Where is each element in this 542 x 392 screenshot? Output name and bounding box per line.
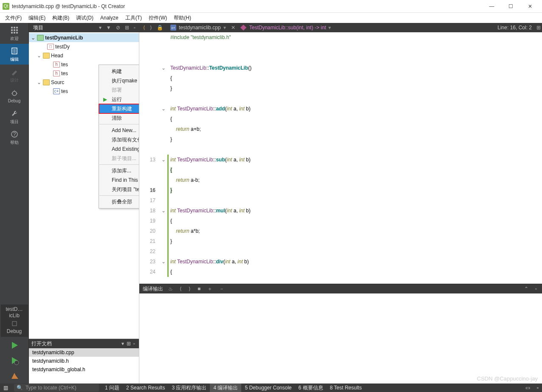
- close-pane-icon[interactable]: ▫: [133, 25, 137, 31]
- status-debugger-console[interactable]: 5 Debugger Console: [241, 384, 295, 392]
- svg-rect-6: [11, 32, 13, 34]
- compile-output-pane: 编译输出 ♨ ⟨ ⟩ ■ ＋ － ⌃ ▫ CSDN @Cappuccino-ja…: [139, 284, 542, 384]
- kit-config: Debug: [2, 328, 27, 335]
- toggle-sidebar-icon[interactable]: ▥: [0, 384, 11, 392]
- editor-file-tab[interactable]: c+ testdynamiclib.cpp ▾: [167, 25, 229, 31]
- project-pane-title: 项目: [31, 24, 45, 31]
- status-general-messages[interactable]: 6 概要信息: [295, 384, 327, 392]
- menu-edit[interactable]: 编辑(E): [25, 14, 49, 23]
- mode-edit[interactable]: 编辑: [0, 44, 29, 65]
- menu-help[interactable]: 帮助(H): [170, 14, 195, 23]
- top-toolbar: 项目 ▾ ▼ ⊘ ⊞ ▫ ⟨ ⟩ 🔒 c+ testdynamiclib.cpp…: [29, 23, 542, 32]
- menu-widgets[interactable]: 控件(W): [145, 14, 170, 23]
- mode-welcome[interactable]: 欢迎: [0, 23, 29, 44]
- split-icon[interactable]: ⊞: [535, 25, 542, 31]
- mode-debug[interactable]: Debug: [0, 85, 29, 106]
- kit-selector[interactable]: testD…icLib Debug: [1, 305, 28, 337]
- mode-design[interactable]: 设计: [0, 65, 29, 85]
- ctx-add-library[interactable]: 添加库...: [99, 166, 139, 175]
- mode-help[interactable]: ? 帮助: [0, 127, 29, 148]
- svg-rect-4: [14, 29, 15, 31]
- menu-analyze[interactable]: Analyze: [97, 14, 122, 22]
- svg-rect-5: [16, 29, 18, 31]
- mode-projects[interactable]: 项目: [0, 106, 29, 127]
- h-file-icon: h: [53, 71, 60, 76]
- ctx-run[interactable]: ▶运行: [99, 95, 139, 104]
- ctx-rebuild[interactable]: 重新构建: [99, 104, 139, 113]
- docs-dropdown-icon[interactable]: ▾: [120, 341, 125, 347]
- run-debug-button[interactable]: [0, 353, 29, 368]
- maximize-button[interactable]: ☐: [501, 0, 520, 12]
- build-button[interactable]: [0, 368, 29, 384]
- ctx-add-new[interactable]: Add New...: [99, 126, 139, 135]
- h-file-icon: h: [53, 62, 60, 68]
- filter-icon[interactable]: ▼: [105, 25, 113, 31]
- run-button[interactable]: [0, 338, 29, 353]
- svg-rect-1: [14, 27, 15, 28]
- output-zoom-out-icon[interactable]: －: [217, 285, 226, 293]
- cursor-position[interactable]: Line: 16, Col: 2: [494, 25, 535, 31]
- status-bar: ▥ 🔍 Type to locate (Ctrl+K) 1 问题 2 Searc…: [0, 384, 542, 392]
- tree-item[interactable]: □ testDy: [29, 42, 139, 51]
- output-stop-icon[interactable]: ■: [196, 286, 202, 292]
- status-search-results[interactable]: 2 Search Results: [123, 384, 168, 392]
- output-up-icon[interactable]: ⌃: [522, 286, 530, 292]
- lock-icon[interactable]: 🔒: [155, 25, 164, 31]
- svg-rect-19: [12, 321, 17, 326]
- output-zoom-in-icon[interactable]: ＋: [206, 285, 214, 293]
- locator-input[interactable]: 🔍 Type to locate (Ctrl+K): [14, 384, 99, 392]
- window-title: testdynamiclib.cpp @ testDynamicLib - Qt…: [12, 3, 482, 9]
- menu-tools[interactable]: 工具(T): [122, 14, 145, 23]
- open-doc-item[interactable]: testdynamiclib.cpp: [29, 348, 139, 357]
- tab-close-icon[interactable]: ✕: [229, 25, 237, 31]
- ctx-new-subproject: 新子项目...: [99, 154, 139, 163]
- project-context-menu: 构建 执行qmake 部署 ▶运行 重新构建 清除 Add New... 添加现…: [99, 65, 139, 209]
- ctx-clean[interactable]: 清除: [99, 113, 139, 123]
- output-next-icon[interactable]: ⟩: [187, 286, 192, 292]
- tree-root[interactable]: ⌄ testDynamicLib: [29, 33, 139, 42]
- output-body[interactable]: [139, 293, 542, 384]
- docs-close-icon[interactable]: ▫: [132, 341, 136, 347]
- status-compile-output[interactable]: 4 编译输出: [210, 384, 241, 392]
- project-dropdown-icon[interactable]: ▾: [98, 25, 103, 31]
- tree-headers[interactable]: ⌄ Head: [29, 51, 139, 60]
- svg-rect-3: [11, 29, 13, 31]
- nav-fwd-icon[interactable]: ⟩: [149, 25, 153, 31]
- search-icon: 🔍: [17, 385, 23, 391]
- status-progress-icon[interactable]: ▭: [522, 384, 534, 392]
- ctx-add-directory[interactable]: Add Existing Directory...: [99, 144, 139, 154]
- status-app-output[interactable]: 3 应用程序输出: [168, 384, 210, 392]
- ctx-run-qmake[interactable]: 执行qmake: [99, 76, 139, 85]
- open-doc-item[interactable]: testdynamiclib.h: [29, 357, 139, 365]
- pro-file-icon: □: [47, 44, 54, 50]
- status-close-icon[interactable]: ▫: [534, 384, 542, 392]
- menu-build[interactable]: 构建(B): [49, 14, 73, 23]
- output-title: 编译输出: [143, 285, 163, 293]
- ctx-add-existing[interactable]: 添加现有文件...: [99, 135, 139, 144]
- project-tree[interactable]: ⌄ testDynamicLib □ testDy ⌄ Head h tes: [29, 32, 139, 338]
- ctx-close-project[interactable]: 关闭项目 "testDynamicLib": [99, 185, 139, 194]
- code-editor[interactable]: #include "testdynamiclib.h" ⌄TestDynamic…: [139, 32, 542, 284]
- docs-split-icon[interactable]: ⊞: [125, 341, 132, 347]
- symbol-label[interactable]: TestDynamicLib::sub(int, int) -> int: [249, 25, 326, 31]
- add-split-icon[interactable]: ⊞: [124, 25, 130, 31]
- ctx-collapse-all[interactable]: 折叠全部: [99, 197, 139, 206]
- menu-debug[interactable]: 调试(D): [73, 14, 97, 23]
- output-prev-icon[interactable]: ⟨: [178, 286, 183, 292]
- menu-file[interactable]: 文件(F): [2, 14, 25, 23]
- svg-rect-2: [16, 27, 18, 28]
- locator-placeholder: Type to locate (Ctrl+K): [25, 385, 76, 391]
- status-issues[interactable]: 1 问题: [102, 384, 123, 392]
- close-button[interactable]: ✕: [520, 0, 539, 12]
- ctx-find-in-dir[interactable]: Find in This Directory...: [99, 175, 139, 185]
- link-icon[interactable]: ⊘: [115, 25, 121, 31]
- minimize-button[interactable]: —: [482, 0, 501, 12]
- ctx-build[interactable]: 构建: [99, 67, 139, 76]
- output-filter-icon[interactable]: ♨: [167, 286, 175, 292]
- symbol-icon: [240, 25, 246, 31]
- nav-back-icon[interactable]: ⟨: [142, 25, 147, 31]
- output-close-icon[interactable]: ▫: [534, 286, 539, 292]
- status-test-results[interactable]: 8 Test Results: [327, 384, 365, 392]
- svg-text:?: ?: [13, 131, 16, 137]
- open-doc-item[interactable]: testdynamiclib_global.h: [29, 365, 139, 374]
